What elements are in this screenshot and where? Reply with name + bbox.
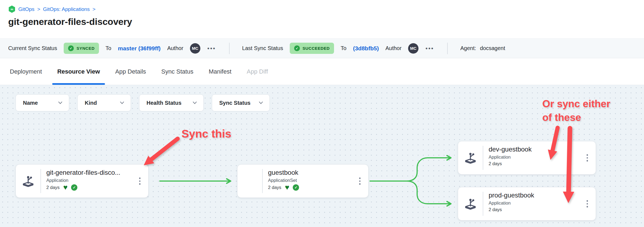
tab-bar: Deployment Resource View App Details Syn… xyxy=(0,58,644,85)
annotation-line-1: Or sync either xyxy=(542,97,610,111)
filter-name-label: Name xyxy=(23,100,38,106)
chevron-down-icon xyxy=(193,101,197,104)
node-title: dev-guestbook xyxy=(489,145,532,153)
annotation-arrow-sync-this xyxy=(151,139,178,160)
application-resource-icon xyxy=(463,196,478,211)
filter-name[interactable]: Name xyxy=(16,94,69,111)
succeeded-badge-label: SUCCEEDED xyxy=(303,46,330,51)
gitops-logo-icon: ∞ xyxy=(8,5,16,13)
node-title: prod-guestbook xyxy=(489,191,534,199)
node-body: prod-guestbook Application 2 days xyxy=(483,187,534,220)
svg-text:∞: ∞ xyxy=(11,7,13,11)
breadcrumb: ∞ GitOps > GitOps: Applications > xyxy=(8,5,644,13)
last-sync-to-label: To xyxy=(341,45,346,51)
tab-resource-view[interactable]: Resource View xyxy=(49,58,107,85)
tab-deployment[interactable]: Deployment xyxy=(2,58,49,85)
node-body: dev-guestbook Application 2 days xyxy=(483,141,532,174)
breadcrumb-separator: > xyxy=(37,6,40,12)
node-guestbook[interactable]: guestbook ApplicationSet 2 days ♥ ✓ xyxy=(237,164,368,198)
node-prod-guestbook[interactable]: prod-guestbook Application 2 days xyxy=(458,187,596,220)
health-heart-icon: ♥ xyxy=(285,185,289,191)
filter-bar: Name Kind Health Status Sync Status xyxy=(16,94,270,111)
node-age: 2 days xyxy=(268,185,282,190)
node-kind: ApplicationSet xyxy=(268,178,299,183)
tab-manifest[interactable]: Manifest xyxy=(201,58,239,85)
current-sync-status-label: Current Sync Status xyxy=(8,45,57,51)
chevron-down-icon xyxy=(58,101,62,104)
node-icon-zone xyxy=(458,187,483,220)
tab-sync-status[interactable]: Sync Status xyxy=(154,58,201,85)
health-heart-icon: ♥ xyxy=(63,185,68,191)
node-git-generator-files-discovery[interactable]: git-generator-files-disco... Application… xyxy=(16,164,148,198)
more-options-icon[interactable]: ••• xyxy=(425,44,435,52)
node-status-row: 2 days ♥ ✓ xyxy=(268,184,299,191)
filter-health-status[interactable]: Health Status xyxy=(139,94,204,111)
node-status-row: 2 days ♥ ✓ xyxy=(46,184,121,191)
application-resource-icon xyxy=(21,173,36,189)
author-avatar: MC xyxy=(190,43,200,54)
breadcrumb-separator: > xyxy=(92,6,95,12)
filter-kind[interactable]: Kind xyxy=(77,94,131,111)
node-title: git-generator-files-disco... xyxy=(46,169,121,176)
annotation-sync-this: Sync this xyxy=(182,127,231,140)
check-circle-icon: ✓ xyxy=(294,45,300,51)
filter-sync-status-label: Sync Status xyxy=(219,100,250,106)
more-options-icon[interactable]: ••• xyxy=(207,44,216,52)
filter-health-status-label: Health Status xyxy=(147,100,182,106)
filter-kind-label: Kind xyxy=(85,100,97,106)
edge-appset-to-dev xyxy=(370,158,450,181)
node-kind: Application xyxy=(46,178,121,183)
node-title: guestbook xyxy=(268,169,299,176)
breadcrumb-link-applications[interactable]: GitOps: Applications xyxy=(43,6,90,12)
node-dev-guestbook[interactable]: dev-guestbook Application 2 days xyxy=(458,141,596,174)
synced-status-badge: ✓ SYNCED xyxy=(64,43,99,54)
page-title: git-generator-files-discovery xyxy=(8,16,644,27)
current-sync-author-label: Author xyxy=(167,45,183,51)
filter-sync-status[interactable]: Sync Status xyxy=(212,94,270,111)
author-avatar: MC xyxy=(408,43,418,54)
tab-app-diff[interactable]: App Diff xyxy=(239,58,276,85)
node-icon-placeholder xyxy=(238,165,262,197)
tab-app-details[interactable]: App Details xyxy=(108,58,154,85)
last-sync-status-label: Last Sync Status xyxy=(242,45,283,51)
node-kind: Application xyxy=(489,200,534,206)
divider xyxy=(229,43,230,54)
current-sync-to-label: To xyxy=(106,45,111,51)
last-sync-commit-link[interactable]: (3d8bfb5) xyxy=(353,45,379,52)
kebab-menu-icon[interactable] xyxy=(138,176,142,186)
node-age: 2 days xyxy=(489,207,502,212)
application-resource-icon xyxy=(463,150,478,165)
agent-info: Agent: docsagent xyxy=(460,45,505,51)
resource-graph-canvas: Name Kind Health Status Sync Status xyxy=(0,85,644,227)
node-status-row: 2 days xyxy=(489,207,534,212)
kebab-menu-icon[interactable] xyxy=(358,176,362,186)
sync-check-icon: ✓ xyxy=(293,184,299,191)
node-age: 2 days xyxy=(489,161,502,166)
succeeded-status-badge: ✓ SUCCEEDED xyxy=(290,43,334,54)
edge-appset-to-prod xyxy=(407,181,450,204)
annotation-or-sync-either: Or sync either of these xyxy=(542,97,610,124)
chevron-down-icon xyxy=(120,101,124,104)
current-sync-commit-link[interactable]: master (36f99ff) xyxy=(118,45,160,52)
check-circle-icon: ✓ xyxy=(68,45,74,51)
node-age: 2 days xyxy=(46,185,60,190)
divider xyxy=(447,43,448,54)
node-icon-zone xyxy=(458,141,483,174)
node-kind: Application xyxy=(489,155,532,160)
sync-status-bar: Current Sync Status ✓ SYNCED To master (… xyxy=(0,38,644,58)
kebab-menu-icon[interactable] xyxy=(586,199,589,209)
node-body: guestbook ApplicationSet 2 days ♥ ✓ xyxy=(263,165,299,197)
node-body: git-generator-files-disco... Application… xyxy=(41,165,121,197)
page-header: ∞ GitOps > GitOps: Applications > git-ge… xyxy=(0,0,644,38)
breadcrumb-link-gitops[interactable]: GitOps xyxy=(18,6,34,12)
synced-badge-label: SYNCED xyxy=(77,46,95,51)
node-icon-zone xyxy=(16,165,40,197)
agent-label: Agent: xyxy=(460,45,476,51)
agent-value: docsagent xyxy=(480,45,505,51)
last-sync-author-label: Author xyxy=(385,45,402,51)
sync-check-icon: ✓ xyxy=(71,184,77,191)
node-status-row: 2 days xyxy=(489,161,532,166)
chevron-down-icon xyxy=(259,101,263,104)
kebab-menu-icon[interactable] xyxy=(586,153,589,163)
annotation-line-2: of these xyxy=(542,111,610,124)
